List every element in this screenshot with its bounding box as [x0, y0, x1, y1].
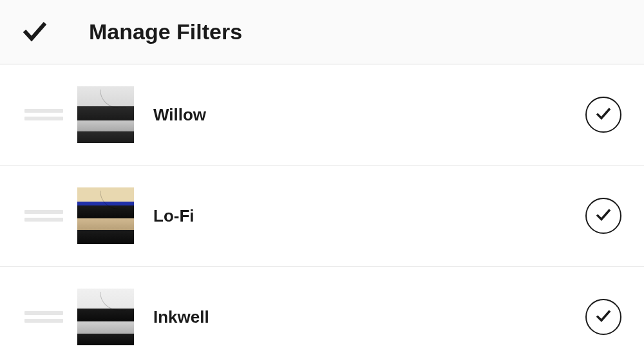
checkmark-icon: [594, 306, 613, 328]
filter-enabled-toggle[interactable]: [585, 198, 621, 234]
filter-row[interactable]: Inkwell: [0, 267, 644, 362]
confirm-icon[interactable]: [19, 15, 50, 49]
filter-label: Lo-Fi: [153, 206, 585, 226]
checkmark-icon: [594, 205, 613, 227]
filter-list: Willow Lo-Fi I: [0, 64, 644, 362]
header: Manage Filters: [0, 0, 644, 64]
filter-thumbnail: [77, 86, 134, 143]
filter-row[interactable]: Lo-Fi: [0, 166, 644, 267]
filter-enabled-toggle[interactable]: [585, 97, 621, 133]
filter-label: Inkwell: [153, 307, 585, 327]
filter-enabled-toggle[interactable]: [585, 299, 621, 335]
page-title: Manage Filters: [89, 19, 242, 44]
drag-handle-icon[interactable]: [24, 210, 63, 222]
filter-thumbnail: [77, 289, 134, 345]
checkmark-icon: [594, 104, 613, 126]
filter-label: Willow: [153, 105, 585, 125]
drag-handle-icon[interactable]: [24, 311, 63, 323]
filter-row[interactable]: Willow: [0, 64, 644, 166]
filter-thumbnail: [77, 187, 134, 244]
drag-handle-icon[interactable]: [24, 109, 63, 120]
